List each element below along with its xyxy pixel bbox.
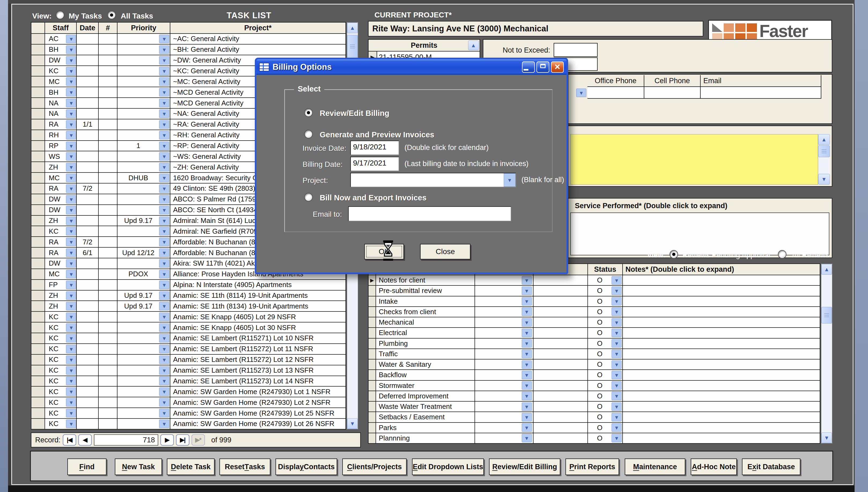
task-date-cell[interactable]	[77, 280, 99, 290]
task-priority-cell[interactable]: ▾	[118, 66, 170, 76]
task-row-selector[interactable]	[31, 365, 45, 375]
not-to-exceed-input[interactable]	[554, 43, 598, 57]
task-num-cell[interactable]	[99, 87, 118, 97]
task-scroll-down-icon[interactable]: ▼	[347, 418, 358, 429]
task-project-cell[interactable]: Anamic: SE Lambert (R115271) Lot 10 NSFR	[170, 333, 346, 343]
review-name-cell[interactable]: Notes for client	[376, 275, 475, 285]
review-row-selector[interactable]	[369, 360, 376, 369]
task-date-cell[interactable]	[77, 419, 99, 429]
reviews-all-radio[interactable]	[778, 250, 787, 259]
priority-dropdown-icon[interactable]: ▾	[159, 280, 169, 289]
task-priority-cell[interactable]: Upd 12/12▾	[118, 248, 170, 258]
review-dropdown-icon[interactable]: ▾	[522, 381, 532, 390]
task-staff-cell[interactable]: RA▾	[45, 183, 77, 194]
priority-dropdown-icon[interactable]: ▾	[159, 142, 169, 150]
contact-office-phone-value[interactable]	[588, 87, 644, 99]
task-row-selector[interactable]	[31, 34, 45, 44]
priority-dropdown-icon[interactable]: ▾	[159, 120, 169, 129]
review-empty-cell[interactable]	[534, 412, 588, 422]
review-name-cell[interactable]: Plannning	[376, 433, 475, 443]
staff-dropdown-icon[interactable]: ▾	[66, 152, 76, 161]
review-row-selector[interactable]	[369, 349, 376, 359]
staff-dropdown-icon[interactable]: ▾	[66, 302, 76, 311]
task-row-selector[interactable]	[31, 55, 45, 66]
task-priority-cell[interactable]: ▾	[118, 98, 170, 108]
task-row-selector[interactable]	[31, 419, 45, 429]
task-priority-cell[interactable]: ▾	[118, 280, 170, 290]
staff-dropdown-icon[interactable]: ▾	[66, 34, 76, 43]
status-dropdown-icon[interactable]: ▾	[612, 297, 622, 305]
task-priority-cell[interactable]: ▾	[118, 183, 170, 194]
task-staff-cell[interactable]: KC▾	[45, 408, 77, 418]
task-staff-cell[interactable]: RP▾	[45, 141, 77, 151]
priority-dropdown-icon[interactable]: ▾	[159, 366, 169, 375]
review-empty-cell[interactable]	[534, 296, 588, 306]
task-num-cell[interactable]	[99, 205, 118, 215]
task-date-cell[interactable]: 7/2	[77, 237, 99, 247]
find-button[interactable]: Find	[67, 459, 106, 475]
task-date-cell[interactable]	[77, 194, 99, 204]
task-date-cell[interactable]	[77, 87, 99, 97]
task-staff-cell[interactable]: MC▾	[45, 76, 77, 87]
task-priority-cell[interactable]: ▾	[118, 205, 170, 215]
task-staff-cell[interactable]: BH▾	[45, 45, 77, 55]
task-num-cell[interactable]	[99, 151, 118, 162]
review-name-cell[interactable]: Checks from client	[376, 307, 475, 317]
review-notes-cell[interactable]	[623, 370, 820, 380]
dialog-titlebar[interactable]: Billing Options ✕	[256, 59, 567, 75]
task-priority-cell[interactable]: ▾	[118, 376, 170, 386]
review-row-selector[interactable]	[369, 307, 376, 317]
staff-dropdown-icon[interactable]: ▾	[66, 409, 76, 417]
task-date-cell[interactable]	[77, 34, 99, 44]
task-row-selector[interactable]	[31, 322, 45, 333]
task-date-cell[interactable]	[77, 66, 99, 76]
task-priority-cell[interactable]: ▾	[118, 162, 170, 172]
review-combo-cell[interactable]: ▾	[475, 275, 533, 285]
task-row-selector[interactable]	[31, 248, 45, 258]
task-date-cell[interactable]	[77, 151, 99, 162]
review-status-cell[interactable]: O▾	[588, 307, 623, 317]
review-dropdown-icon[interactable]: ▾	[522, 276, 532, 285]
priority-dropdown-icon[interactable]: ▾	[159, 377, 169, 385]
priority-dropdown-icon[interactable]: ▾	[159, 323, 169, 332]
review-notes-cell[interactable]	[623, 286, 820, 296]
priority-dropdown-icon[interactable]: ▾	[159, 355, 169, 364]
task-project-cell[interactable]: Anamic: SW Garden Home (R247930) Lot 2 N…	[170, 397, 346, 408]
task-row-selector[interactable]	[31, 130, 45, 140]
priority-dropdown-icon[interactable]: ▾	[159, 184, 169, 193]
priority-dropdown-icon[interactable]: ▾	[159, 345, 169, 353]
close-button[interactable]: ✕	[551, 62, 564, 73]
reviews-scroll-down-icon[interactable]: ▼	[821, 433, 832, 443]
notes-scroll-up-icon[interactable]: ▲	[818, 134, 830, 145]
review-row-selector[interactable]	[369, 401, 376, 412]
task-col-priority[interactable]: Priority	[118, 23, 170, 33]
billing-date-input[interactable]: 9/17/2021	[350, 157, 399, 171]
task-date-cell[interactable]	[77, 205, 99, 215]
close-dialog-button[interactable]: Close	[420, 244, 470, 260]
priority-dropdown-icon[interactable]: ▾	[159, 109, 169, 118]
task-priority-cell[interactable]: ▾	[118, 130, 170, 140]
contact-email-value[interactable]	[701, 87, 821, 99]
task-num-cell[interactable]	[99, 301, 118, 311]
task-row-selector[interactable]	[31, 216, 45, 226]
staff-dropdown-icon[interactable]: ▾	[66, 387, 76, 396]
maximize-button[interactable]	[537, 62, 549, 73]
task-row-selector[interactable]	[31, 312, 45, 322]
record-number-input[interactable]: 718	[94, 434, 158, 446]
task-project-cell[interactable]: Anamic: SE Lambert (R115272) Lot 12 NSFR	[170, 355, 346, 365]
task-num-cell[interactable]	[99, 248, 118, 258]
review-status-cell[interactable]: O▾	[588, 317, 623, 327]
task-row-selector[interactable]	[31, 237, 45, 247]
task-row-selector[interactable]	[31, 98, 45, 108]
task-row-selector[interactable]	[31, 66, 45, 76]
review-row-selector[interactable]	[369, 381, 376, 391]
task-priority-cell[interactable]: PDOX▾	[118, 269, 170, 279]
review-row-selector[interactable]	[369, 328, 376, 338]
priority-dropdown-icon[interactable]: ▾	[159, 217, 169, 225]
review-dropdown-icon[interactable]: ▾	[522, 349, 532, 358]
task-row-selector[interactable]	[31, 226, 45, 236]
task-date-cell[interactable]	[77, 98, 99, 108]
review-notes-cell[interactable]	[623, 349, 820, 359]
review-notes-cell[interactable]	[623, 423, 820, 433]
task-date-cell[interactable]	[77, 130, 99, 140]
